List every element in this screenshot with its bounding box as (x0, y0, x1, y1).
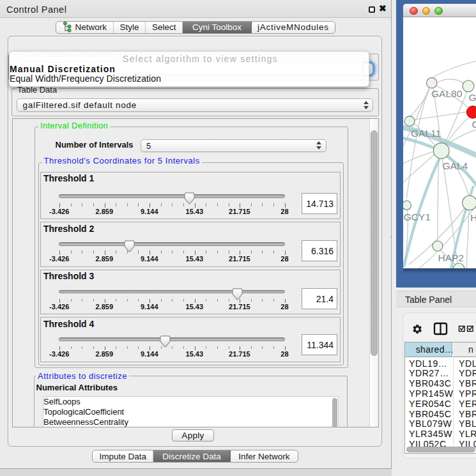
svg-text:H: H (470, 212, 476, 223)
svg-text:GAL80: GAL80 (431, 88, 463, 99)
svg-text:GA: GA (469, 92, 476, 103)
svg-text:GAL11: GAL11 (411, 128, 441, 139)
svg-text:GAL4: GAL4 (443, 160, 468, 171)
svg-text:C: C (472, 119, 476, 130)
svg-text:HAP2: HAP2 (438, 252, 464, 263)
svg-text:GCY1: GCY1 (404, 211, 431, 222)
